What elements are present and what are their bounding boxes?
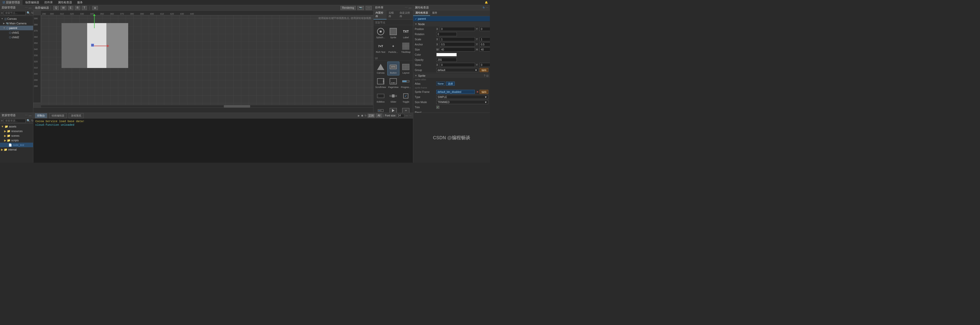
- assets-item-node-test[interactable]: ▶ 📄 node_test: [0, 143, 33, 147]
- tab-services[interactable]: 服务: [430, 10, 439, 16]
- tab-animation[interactable]: 动画编辑器: [49, 113, 67, 118]
- menu-hierarchy[interactable]: ☑ 层级管理器: [0, 0, 22, 5]
- ui-item-webview[interactable]: W WebView: [400, 105, 412, 113]
- assets-add-icon[interactable]: +: [1, 119, 3, 123]
- console-minimize-icon[interactable]: —: [405, 114, 408, 117]
- group-dropdown[interactable]: default ▼: [436, 68, 479, 72]
- anchor-y-input[interactable]: [480, 42, 490, 46]
- scene-camera-btn[interactable]: 📷: [357, 6, 364, 10]
- tab-console[interactable]: 控制台: [35, 113, 47, 118]
- group-edit-button[interactable]: 编辑: [480, 68, 488, 72]
- rotation-input[interactable]: [436, 32, 457, 36]
- ui-item-layout[interactable]: Layout: [400, 62, 412, 76]
- scene-tool-q[interactable]: Q: [53, 6, 59, 10]
- sprite-section-header[interactable]: ▼ Sprite ? ⊡: [413, 73, 490, 78]
- assets-options-icon[interactable]: ⋯: [25, 114, 28, 117]
- type-dropdown[interactable]: SIMPLE ▼: [436, 95, 488, 99]
- hierarchy-search-input[interactable]: [4, 11, 25, 15]
- color-swatch[interactable]: [436, 53, 457, 56]
- hierarchy-add-icon[interactable]: +: [1, 11, 3, 15]
- hierarchy-minimize-icon[interactable]: —: [29, 6, 32, 9]
- size-mode-dropdown[interactable]: TRIMMED ▼: [436, 100, 488, 104]
- assets-item-resources[interactable]: ▶ 📁 resources: [0, 129, 33, 133]
- console-stop-icon[interactable]: ⏹: [361, 114, 363, 117]
- console-font-size-input[interactable]: [397, 114, 404, 118]
- console-run-icon[interactable]: ▶: [358, 114, 360, 117]
- console-options-icon[interactable]: ⋯: [409, 114, 411, 117]
- position-y-input[interactable]: [480, 27, 490, 31]
- scale-y-input[interactable]: [480, 37, 490, 41]
- render-item-rich-text[interactable]: 7×T Rich Text: [374, 41, 387, 55]
- assets-search-input[interactable]: [4, 119, 25, 123]
- ui-item-progress[interactable]: Progres...: [400, 76, 412, 90]
- menu-services[interactable]: 服务: [75, 0, 85, 5]
- scrollbar-thumb-h[interactable]: [224, 105, 250, 107]
- sprite-frame-clear-icon[interactable]: ✕: [476, 90, 479, 94]
- tab-builtin[interactable]: 内置控件: [374, 10, 387, 19]
- tab-cloud[interactable]: 云组件: [387, 10, 398, 19]
- properties-refresh-icon[interactable]: ↻: [483, 6, 485, 9]
- render-item-sprite[interactable]: Sprite: [387, 26, 399, 40]
- menu-scene-editor[interactable]: 场景编辑器: [22, 0, 42, 5]
- ui-item-slider[interactable]: Slider: [387, 91, 399, 105]
- render-item-particle[interactable]: ✦ · · Particle...: [387, 41, 399, 55]
- hierarchy-search-icon[interactable]: 🔍: [27, 11, 30, 14]
- assets-minimize-icon[interactable]: —: [29, 114, 32, 117]
- scale-x-input[interactable]: [440, 37, 475, 41]
- sprite-help-icon[interactable]: ?: [484, 74, 485, 77]
- render-nodes-options-icon[interactable]: ⋯: [405, 6, 407, 9]
- size-h-input[interactable]: [480, 48, 490, 51]
- scene-tool-r[interactable]: R: [75, 6, 80, 10]
- node-section-header[interactable]: ▼ Node: [413, 22, 490, 26]
- scene-tool-e[interactable]: E: [68, 6, 73, 10]
- hierarchy-item-parent[interactable]: ▼ ⬡ parent: [0, 25, 33, 30]
- ui-item-button[interactable]: BTN Button: [387, 62, 399, 76]
- scene-options-btn[interactable]: ⋯: [366, 6, 372, 10]
- tab-custom[interactable]: 自定义控件: [398, 10, 413, 19]
- sprite-toggle-icon[interactable]: ⊡: [486, 74, 488, 77]
- assets-item-internal[interactable]: ▶ 📁 internal: [0, 147, 33, 152]
- tab-properties[interactable]: 属性检查器: [413, 10, 430, 16]
- skew-x-input[interactable]: [440, 63, 475, 67]
- ui-item-pageview[interactable]: PageView: [387, 76, 399, 90]
- ui-item-video[interactable]: Video Pl...: [387, 105, 399, 113]
- scene-tool-w[interactable]: W: [60, 6, 67, 10]
- assets-item-scripts[interactable]: ▶ 📁 scripts: [0, 138, 33, 143]
- trim-checkbox[interactable]: ✓: [436, 106, 439, 109]
- scene-tool-snap[interactable]: ⊞: [92, 6, 98, 10]
- tab-preview[interactable]: 游戏预览: [69, 113, 84, 118]
- atlas-select-button[interactable]: 选择: [446, 81, 455, 86]
- hierarchy-item-camera[interactable]: ▶ 📷 Main Camera: [0, 21, 33, 25]
- assets-item-scenes[interactable]: ▶ 📁 scenes: [0, 133, 33, 138]
- ui-item-canvas[interactable]: Canvas: [374, 62, 387, 76]
- opacity-input[interactable]: [436, 58, 457, 62]
- hierarchy-item-canvas[interactable]: ▼ ◫ Canvas: [0, 16, 33, 21]
- position-x-input[interactable]: [440, 27, 475, 31]
- scene-scrollbar-h[interactable]: [41, 105, 373, 107]
- menu-properties[interactable]: 属性检查器: [56, 0, 75, 5]
- console-all-filter[interactable]: All: [376, 114, 382, 118]
- sprite-frame-edit-button[interactable]: 编辑: [480, 90, 488, 94]
- render-item-tiledmap[interactable]: TiledMap: [400, 41, 412, 55]
- render-item-label[interactable]: TXT Label: [400, 26, 412, 40]
- scene-rendering-btn[interactable]: Rendering: [340, 6, 356, 10]
- hierarchy-options-icon[interactable]: ⋯: [25, 6, 28, 9]
- ui-item-scrollview[interactable]: ScrollView: [374, 76, 387, 90]
- render-item-splash[interactable]: Splash...: [374, 26, 387, 40]
- console-refresh-icon[interactable]: ↻: [364, 114, 367, 117]
- hierarchy-item-child1[interactable]: ▶ ⬡ child1: [0, 30, 33, 35]
- scene-tool-t[interactable]: T: [82, 6, 87, 10]
- menu-render-lib[interactable]: 控件库: [42, 0, 56, 5]
- size-w-input[interactable]: [440, 48, 475, 51]
- hierarchy-item-child2[interactable]: ▶ ⬡ child2: [0, 35, 33, 40]
- anchor-x-input[interactable]: [440, 42, 475, 46]
- scene-canvas[interactable]: 使用鼠标右键平移视图焦点, 使用滚轮缩放视图 290 300 310 320 3…: [33, 11, 373, 107]
- assets-item-assets[interactable]: ▼ 📁 assets: [0, 124, 33, 129]
- properties-options-icon[interactable]: ⋯: [486, 6, 488, 9]
- ui-item-editbox[interactable]: | EditBox: [374, 91, 387, 105]
- assets-search-icon[interactable]: 🔍: [27, 119, 30, 123]
- render-nodes-minimize-icon[interactable]: —: [409, 6, 411, 9]
- skew-y-input[interactable]: [480, 63, 490, 67]
- ui-item-toggle[interactable]: ✓ Toggle: [400, 91, 412, 105]
- ui-item-toggle-group[interactable]: ● Toggle...: [374, 105, 387, 113]
